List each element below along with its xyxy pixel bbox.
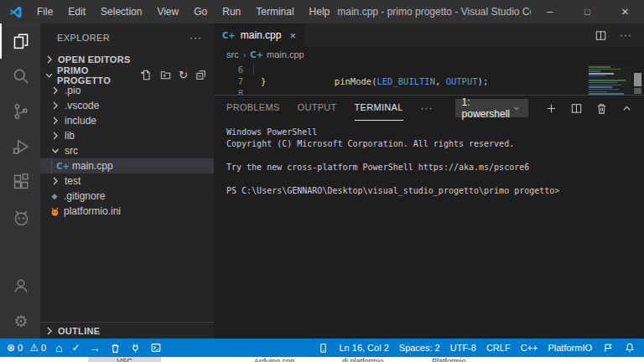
menu-view[interactable]: View <box>149 0 186 23</box>
indentation-status[interactable]: Spaces: 2 <box>399 343 440 353</box>
collapse-all-icon[interactable] <box>195 69 207 81</box>
tab-problems[interactable]: PROBLEMS <box>226 96 280 121</box>
tree-indent-guide <box>51 158 52 173</box>
project-folder-label: PRIMO PROGETTO <box>57 65 140 85</box>
tab-main-cpp[interactable]: C+ main.cpp × <box>214 23 304 47</box>
line-number: 6 <box>214 64 243 75</box>
kill-terminal-trash-icon[interactable] <box>595 102 608 115</box>
close-tab-icon[interactable]: × <box>289 29 296 42</box>
search-icon[interactable] <box>0 59 40 94</box>
breadcrumb-file[interactable]: C+ main.cpp <box>250 49 304 59</box>
panel-more-actions-icon[interactable]: ··· <box>421 102 434 114</box>
code-editor[interactable]: 6 pinMode(LED_BUILTIN, OUTPUT); 7 } 8 <box>214 62 644 95</box>
menu-run[interactable]: Run <box>215 0 248 23</box>
tab-terminal[interactable]: TERMINAL <box>355 96 403 121</box>
pio-serial-monitor-plug-icon[interactable] <box>130 343 141 354</box>
chevron-right-icon <box>43 53 56 66</box>
title-bar: File Edit Selection View Go Run Terminal… <box>0 0 644 23</box>
chevron-right-icon <box>49 129 62 142</box>
tree-item-label: lib <box>65 130 75 142</box>
code-line-8: 8 <box>214 87 644 95</box>
breadcrumb-file-label: main.cpp <box>267 49 304 59</box>
terminal-output[interactable]: Windows PowerShell Copyright (C) Microso… <box>214 121 644 339</box>
sidebar-more-actions-icon[interactable]: ··· <box>190 32 202 44</box>
notifications-bell-icon[interactable] <box>624 342 636 354</box>
language-mode[interactable]: C++ <box>521 343 538 353</box>
refresh-icon[interactable]: ↻ <box>179 70 188 80</box>
outline-label: OUTLINE <box>58 326 100 336</box>
split-terminal-icon[interactable] <box>570 102 583 115</box>
background-window-text: di platformio <box>342 357 383 362</box>
warning-count: 0 <box>41 343 46 353</box>
pio-clean-trash-icon[interactable] <box>110 343 121 354</box>
tab-output[interactable]: OUTPUT <box>298 96 337 121</box>
tree-item-platformio-ini[interactable]: platformio.ini <box>40 204 214 219</box>
explorer-icon[interactable] <box>0 23 40 59</box>
background-window-text: Platformio <box>432 357 466 362</box>
tree-item-label: .vscode <box>65 100 99 111</box>
run-debug-icon[interactable] <box>0 129 40 164</box>
code-line-7: 7 } <box>214 75 644 87</box>
editor-group: C+ main.cpp × ··· src › C+ main.cpp <box>214 23 644 339</box>
encoding-status[interactable]: UTF-8 <box>450 343 476 353</box>
extensions-icon[interactable] <box>0 164 40 199</box>
tree-item-lib[interactable]: lib <box>40 128 214 143</box>
breadcrumb[interactable]: src › C+ main.cpp <box>214 47 644 62</box>
terminal-actions <box>545 102 644 115</box>
pio-home-icon[interactable]: ⌂ <box>55 342 62 354</box>
platformio-icon[interactable] <box>0 199 40 235</box>
tree-item-label: src <box>65 145 78 157</box>
menu-terminal[interactable]: Terminal <box>248 0 301 23</box>
menu-selection[interactable]: Selection <box>93 0 149 23</box>
project-folder-section[interactable]: PRIMO PROGETTO ↻ <box>40 67 214 83</box>
error-count: 0 <box>18 343 23 353</box>
vscode-logo-icon <box>8 5 23 19</box>
outline-section[interactable]: OUTLINE <box>40 322 214 339</box>
new-folder-icon[interactable] <box>159 69 172 81</box>
maximize-button[interactable]: □ <box>569 0 606 23</box>
accounts-icon[interactable] <box>0 268 40 303</box>
background-window-text: Arduino.cpp <box>254 357 294 362</box>
new-file-icon[interactable] <box>140 69 153 81</box>
editor-scrollbar-secondary[interactable] <box>634 88 641 94</box>
source-control-icon[interactable] <box>0 94 40 129</box>
tree-item-vscode[interactable]: .vscode <box>40 98 214 113</box>
pio-build-check-icon[interactable]: ✓ <box>72 343 80 353</box>
menu-file[interactable]: File <box>29 0 60 23</box>
minimize-button[interactable]: – <box>531 0 569 23</box>
split-editor-icon[interactable] <box>595 29 607 42</box>
tree-item-main-cpp[interactable]: C+ main.cpp <box>40 158 214 173</box>
terminal-line <box>226 150 644 162</box>
minimap[interactable] <box>587 65 631 95</box>
close-window-button[interactable]: × <box>606 0 644 23</box>
pio-upload-arrow-icon[interactable]: → <box>90 343 101 354</box>
editor-scrollbar[interactable] <box>634 73 641 86</box>
chevron-down-icon <box>49 144 62 158</box>
problems-status[interactable]: ⊗ 0 ⚠ 0 <box>7 343 46 353</box>
breadcrumb-folder[interactable]: src <box>226 49 239 59</box>
tree-item-pio[interactable]: .pio <box>40 83 214 98</box>
pio-terminal-icon[interactable] <box>150 342 162 354</box>
maximize-panel-icon[interactable] <box>621 102 633 115</box>
menu-edit[interactable]: Edit <box>60 0 93 23</box>
menu-go[interactable]: Go <box>186 0 215 23</box>
eol-status[interactable]: CRLF <box>486 343 511 353</box>
tab-label: main.cpp <box>241 29 282 41</box>
menu-help[interactable]: Help <box>302 0 338 23</box>
cursor-position[interactable]: Ln 16, Col 2 <box>339 343 388 353</box>
tree-item-gitignore[interactable]: ◆ .gitignore <box>40 189 214 204</box>
platformio-status[interactable]: PlatformIO <box>548 343 592 353</box>
new-terminal-icon[interactable] <box>545 102 558 115</box>
settings-gear-icon[interactable]: ⚙ <box>0 303 40 339</box>
tree-item-src[interactable]: src <box>40 143 214 158</box>
remote-device-icon[interactable] <box>318 343 329 354</box>
terminal-line: Windows PowerShell <box>226 127 644 138</box>
tree-item-test[interactable]: test <box>40 173 214 189</box>
editor-more-actions-icon[interactable]: ··· <box>620 29 632 41</box>
tree-item-include[interactable]: include <box>40 113 214 128</box>
explorer-sidebar: EXPLORER ··· OPEN EDITORS PRIMO PROGETTO… <box>40 23 214 339</box>
feedback-icon[interactable] <box>602 342 614 354</box>
terminal-select[interactable]: 1: powershell <box>455 99 528 117</box>
platformio-file-icon <box>48 206 61 217</box>
terminal-line: Copyright (C) Microsoft Corporation. All… <box>226 138 644 150</box>
